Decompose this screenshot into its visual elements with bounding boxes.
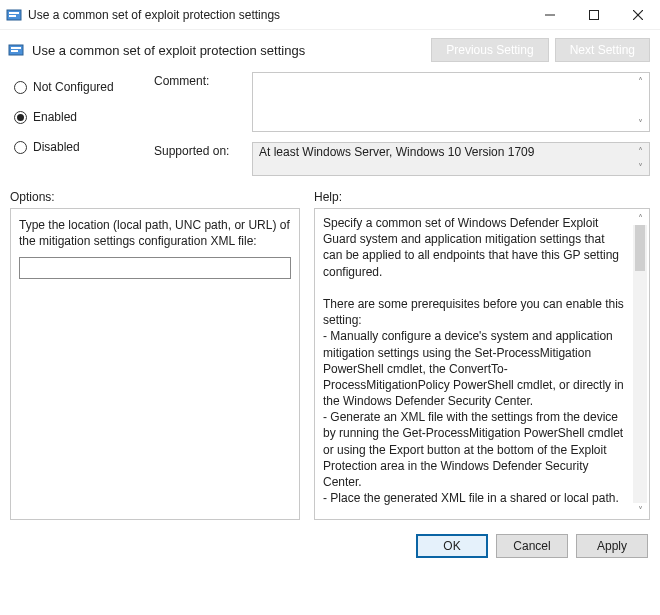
options-pane: Type the location (local path, UNC path,…: [10, 208, 300, 520]
gp-icon: [8, 42, 24, 58]
maximize-button[interactable]: [572, 0, 616, 30]
help-pane: Specify a common set of Windows Defender…: [314, 208, 650, 520]
radio-disabled[interactable]: Disabled: [14, 140, 144, 154]
options-prompt: Type the location (local path, UNC path,…: [19, 217, 291, 249]
radio-label: Not Configured: [33, 80, 114, 94]
subheader: Use a common set of exploit protection s…: [0, 30, 660, 62]
help-section-label: Help:: [314, 190, 650, 204]
svg-rect-9: [11, 50, 18, 52]
scrollbar-thumb[interactable]: [635, 225, 645, 271]
radio-icon: [14, 111, 27, 124]
chevron-down-icon: ˅: [633, 161, 647, 173]
radio-not-configured[interactable]: Not Configured: [14, 80, 144, 94]
close-button[interactable]: [616, 0, 660, 30]
radio-enabled[interactable]: Enabled: [14, 110, 144, 124]
cancel-button[interactable]: Cancel: [496, 534, 568, 558]
state-radio-group: Not Configured Enabled Disabled: [14, 72, 144, 176]
next-setting-button[interactable]: Next Setting: [555, 38, 650, 62]
radio-label: Enabled: [33, 110, 77, 124]
svg-rect-8: [11, 47, 21, 49]
xml-path-input[interactable]: [19, 257, 291, 279]
radio-icon: [14, 81, 27, 94]
supported-on-value: At least Windows Server, Windows 10 Vers…: [252, 142, 650, 176]
chevron-up-icon: ˄: [633, 145, 647, 157]
radio-label: Disabled: [33, 140, 80, 154]
policy-title: Use a common set of exploit protection s…: [32, 43, 431, 58]
chevron-down-icon[interactable]: ˅: [633, 503, 647, 517]
options-section-label: Options:: [10, 190, 300, 204]
dialog-buttons: OK Cancel Apply: [0, 520, 660, 558]
help-text: Specify a common set of Windows Defender…: [323, 215, 641, 513]
previous-setting-button[interactable]: Previous Setting: [431, 38, 548, 62]
supported-on-text: At least Windows Server, Windows 10 Vers…: [259, 145, 534, 159]
gp-icon: [6, 7, 22, 23]
comment-label: Comment:: [154, 72, 244, 88]
comment-textarea[interactable]: ˄ ˅: [252, 72, 650, 132]
window-title: Use a common set of exploit protection s…: [28, 8, 528, 22]
svg-rect-1: [9, 12, 19, 14]
titlebar: Use a common set of exploit protection s…: [0, 0, 660, 30]
supported-on-label: Supported on:: [154, 142, 244, 158]
svg-rect-2: [9, 15, 16, 17]
chevron-up-icon[interactable]: ˄: [633, 75, 647, 87]
chevron-down-icon[interactable]: ˅: [633, 117, 647, 129]
minimize-button[interactable]: [528, 0, 572, 30]
ok-button[interactable]: OK: [416, 534, 488, 558]
scrollbar[interactable]: ˄ ˅: [633, 211, 647, 517]
chevron-up-icon[interactable]: ˄: [633, 211, 647, 225]
apply-button[interactable]: Apply: [576, 534, 648, 558]
radio-icon: [14, 141, 27, 154]
svg-rect-4: [590, 10, 599, 19]
scrollbar-track[interactable]: [633, 225, 647, 503]
